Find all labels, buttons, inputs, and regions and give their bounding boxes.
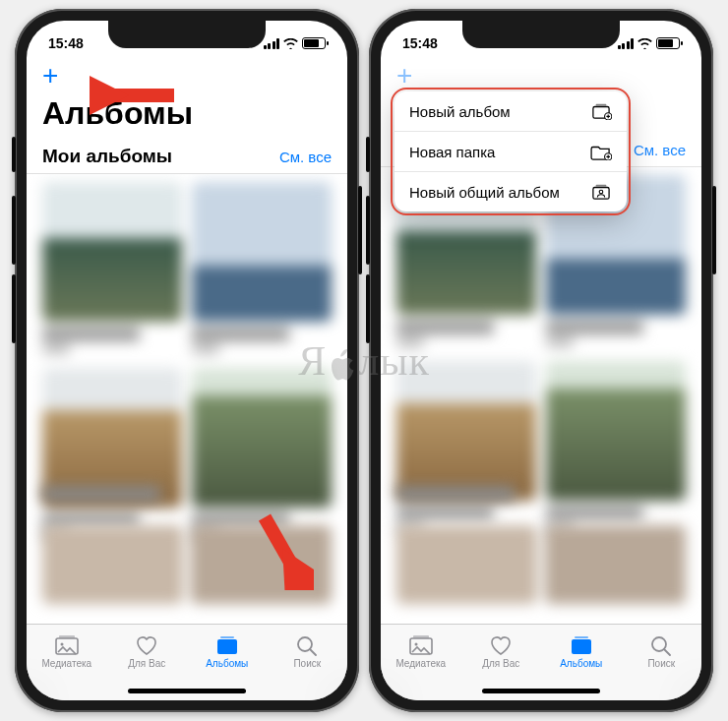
search-icon (648, 634, 674, 656)
foryou-icon (488, 634, 514, 656)
albums-icon (214, 634, 240, 656)
tab-library[interactable]: Медиатека (27, 625, 107, 679)
svg-point-26 (599, 190, 603, 194)
tab-albums[interactable]: Альбомы (541, 625, 622, 679)
section-title: Мои альбомы (42, 146, 172, 167)
battery-icon (656, 37, 680, 49)
annotation-arrow-icon (90, 76, 178, 115)
menu-new-album[interactable]: Новый альбом (394, 91, 627, 132)
add-menu-popup: Новый альбом Новая папка Новый общий аль… (394, 91, 627, 211)
page-title: Альбомы (42, 93, 332, 138)
tab-foryou[interactable]: Для Вас (107, 625, 188, 679)
svg-rect-12 (572, 639, 591, 654)
svg-rect-4 (220, 636, 234, 638)
phone-right: 15:48 + . См. все (369, 9, 713, 712)
new-shared-album-icon (590, 183, 612, 201)
status-time: 15:48 (402, 35, 438, 51)
wifi-icon (283, 38, 298, 49)
album-thumb[interactable] (42, 182, 182, 354)
notch (108, 21, 266, 48)
battery-icon (302, 37, 326, 49)
cellular-icon (264, 38, 280, 49)
svg-point-11 (414, 643, 417, 646)
album-thumb[interactable] (192, 182, 332, 354)
phone-left: 15:48 + Альбомы Мои альбомы См. все (15, 9, 359, 712)
foryou-icon (134, 634, 159, 656)
notch (462, 21, 620, 48)
tab-albums[interactable]: Альбомы (187, 625, 268, 679)
wifi-icon (637, 38, 652, 49)
new-album-icon (590, 102, 612, 120)
svg-line-8 (265, 517, 296, 572)
tab-foryou[interactable]: Для Вас (461, 625, 542, 679)
status-time: 15:48 (48, 35, 84, 51)
menu-new-folder[interactable]: Новая папка (394, 132, 627, 172)
menu-new-shared-album[interactable]: Новый общий альбом (394, 172, 627, 211)
see-all-link[interactable]: См. все (634, 142, 686, 158)
tab-library[interactable]: Медиатека (381, 625, 461, 679)
home-indicator[interactable] (482, 689, 600, 693)
albums-icon (569, 634, 594, 656)
home-indicator[interactable] (128, 689, 246, 693)
svg-rect-10 (413, 635, 429, 638)
tab-search[interactable]: Поиск (622, 625, 702, 679)
see-all-link[interactable]: См. все (279, 149, 332, 165)
new-folder-icon (590, 143, 612, 160)
add-button[interactable]: + (396, 58, 412, 93)
svg-rect-13 (575, 636, 588, 638)
library-icon (54, 634, 80, 656)
svg-rect-17 (596, 104, 607, 106)
svg-point-2 (60, 643, 63, 646)
svg-rect-1 (59, 635, 75, 638)
svg-line-15 (664, 649, 670, 655)
albums-content[interactable] (381, 167, 701, 624)
search-icon (294, 634, 320, 656)
add-button[interactable]: + (42, 58, 58, 93)
svg-line-6 (310, 649, 316, 655)
annotation-arrow-icon (255, 511, 314, 590)
svg-rect-25 (596, 185, 607, 187)
tab-search[interactable]: Поиск (268, 625, 348, 679)
cellular-icon (618, 38, 635, 49)
library-icon (408, 634, 434, 656)
svg-rect-3 (217, 639, 237, 654)
